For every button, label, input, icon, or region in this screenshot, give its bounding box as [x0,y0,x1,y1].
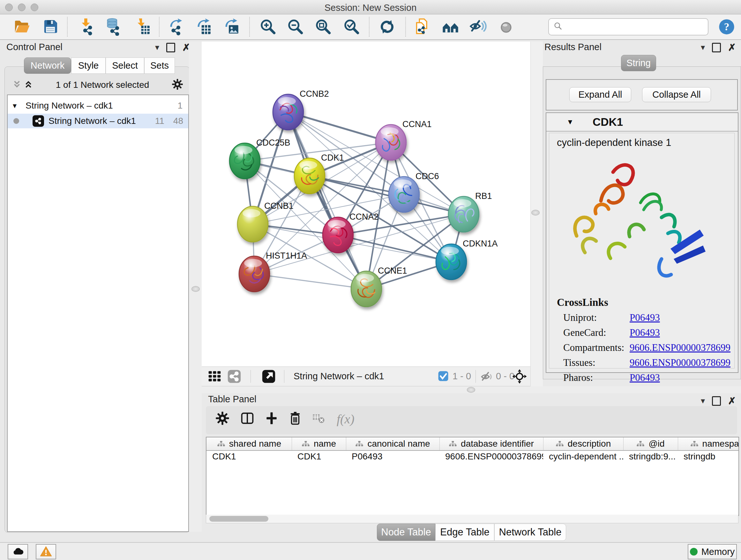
add-icon[interactable] [265,411,278,427]
column-header-name[interactable]: name [292,437,346,450]
panel-close-icon[interactable]: ✗ [728,42,736,53]
panel-menu-icon[interactable]: ▾ [701,396,705,406]
expand-all-icon[interactable] [12,79,22,90]
zoom-selected-icon[interactable] [343,18,360,36]
import-network-icon[interactable] [77,18,95,36]
cell-namespace[interactable]: stringdb [678,451,739,463]
edge-CCNB2-CCNE1[interactable] [288,112,366,289]
splitter-handle[interactable] [192,286,200,292]
export-network-icon[interactable] [167,18,185,36]
panel-float-icon[interactable] [166,43,175,52]
network-collection-row[interactable]: ▾ String Network – cdk1 1 [8,98,188,113]
open-session-icon[interactable] [13,18,30,36]
splitter-handle[interactable] [531,210,540,215]
crosslink-link[interactable]: 9606.ENSP00000378699 [630,342,731,354]
tab-network-table[interactable]: Network Table [494,523,566,541]
grid-view-icon[interactable] [207,369,221,385]
save-session-icon[interactable] [42,18,59,36]
collection-label: String Network – cdk1 [25,101,113,111]
tree-expander-icon[interactable]: ▾ [13,101,17,110]
network-options-gear-icon[interactable] [172,78,183,91]
node-HIST1H1A[interactable]: HIST1H1A [239,251,307,292]
import-table-icon[interactable] [133,18,151,36]
network-row-selected[interactable]: String Network – cdk1 11 48 [8,114,188,128]
edge-CCNA2-CDKN1A[interactable] [338,235,451,262]
tab-sets[interactable]: Sets [144,57,175,74]
edge-HIST1H1A-CCNE1[interactable] [254,274,366,289]
gear-icon[interactable] [215,411,229,427]
cell-shared-name[interactable]: CDK1 [206,451,292,463]
trash-icon[interactable] [289,411,301,427]
cell-canonical-name[interactable]: P06493 [346,451,440,463]
cloud-button[interactable] [8,544,28,559]
panel-float-icon[interactable] [712,396,721,406]
selector-text: 1 of 1 Network selected [33,80,172,90]
show-panel-icon[interactable] [497,18,515,36]
node-RB1[interactable]: RB1 [448,191,492,232]
panel-menu-icon[interactable]: ▾ [701,43,705,52]
node-CCNB1[interactable]: CCNB1 [238,201,293,242]
selected-checkbox-icon[interactable] [438,371,449,383]
node-CDKN1A[interactable]: CDKN1A [436,239,498,280]
cell-database-identifier[interactable]: 9606.ENSP00000378699 [440,451,543,463]
function-icon[interactable]: f(x) [337,412,354,427]
zoom-in-icon[interactable] [259,18,277,36]
export-table-icon[interactable] [194,18,212,36]
cell-description[interactable]: cyclin-dependent ... [543,451,623,463]
tab-network[interactable]: Network [24,57,71,74]
window-title: Session: New Session [0,3,741,13]
result-card-header[interactable]: ▾ CDK1 [546,113,738,132]
refresh-layout-icon[interactable] [378,18,396,36]
toolbar-separator [284,370,284,383]
crosslink-link[interactable]: 9606.ENSP00000378699 [630,357,731,368]
node-CDK1[interactable]: CDK1 [294,153,344,194]
panel-close-icon[interactable]: ✗ [728,395,736,407]
column-header-database-identifier[interactable]: database identifier [440,437,543,450]
import-database-icon[interactable] [104,18,122,36]
zoom-out-icon[interactable] [286,18,305,36]
column-header-@id[interactable]: @id [623,437,678,450]
warnings-button[interactable] [36,544,56,559]
export-image-icon[interactable] [222,18,240,36]
hidden-eye-icon[interactable] [480,370,493,385]
splitter-handle[interactable] [467,387,475,393]
tab-style[interactable]: Style [71,57,106,74]
expand-all-button[interactable]: Expand All [569,87,631,102]
collapse-arrow-icon[interactable]: ▾ [568,117,572,127]
scrollbar-thumb[interactable] [209,516,268,522]
birdseye-view-icon[interactable] [262,369,276,385]
crosslink-link[interactable]: P06493 [630,327,660,338]
search-input[interactable] [566,20,708,34]
search-box[interactable] [548,18,709,36]
panel-menu-icon[interactable]: ▾ [155,43,159,52]
column-header-description[interactable]: description [543,437,623,450]
cell-name[interactable]: CDK1 [292,451,346,463]
fit-content-crosshair-icon[interactable] [512,369,527,385]
first-neighbors-icon[interactable] [442,18,460,36]
network-canvas[interactable]: CCNB2 CCNA1 CDC25B CDK1 CDC6 RB1 CCNB1 C… [202,42,530,367]
tab-select[interactable]: Select [106,57,144,74]
collapse-all-icon[interactable] [23,79,33,90]
tab-edge-table[interactable]: Edge Table [435,523,494,541]
network-share-view-icon[interactable] [227,369,241,385]
help-button[interactable]: ? [718,18,736,36]
crosslink-link[interactable]: P06493 [630,372,660,383]
crosslink-link[interactable]: P06493 [630,312,660,323]
column-header-namespace[interactable]: namespace [678,437,739,450]
tab-string[interactable]: String [621,55,656,71]
column-header-shared-name[interactable]: shared name [206,437,292,450]
cell-@id[interactable]: stringdb:9... [623,451,678,463]
table-hscrollbar[interactable] [206,515,738,523]
zoom-fit-icon[interactable] [314,18,332,36]
memory-button[interactable]: Memory [688,544,737,559]
clone-network-icon[interactable] [413,18,431,36]
collapse-all-button[interactable]: Collapse All [642,87,711,102]
columns-icon[interactable] [240,411,254,427]
hide-panels-icon[interactable] [469,18,487,36]
network-list: ▾ String Network – cdk1 1 String Network… [7,95,189,532]
clear-table-icon[interactable] [313,413,326,425]
panel-float-icon[interactable] [712,43,721,52]
edge-CCNB2-CCNA1[interactable] [288,112,391,142]
tab-node-table[interactable]: Node Table [377,523,435,541]
column-header-canonical-name[interactable]: canonical name [346,437,440,450]
